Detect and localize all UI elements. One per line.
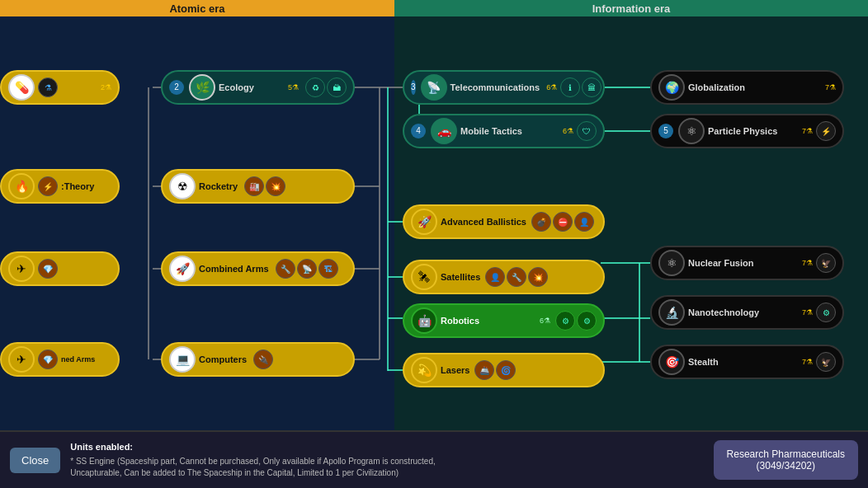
nfr-icon1: 🦅 — [816, 253, 836, 273]
mobile-tactics-icon: 🚗 — [431, 118, 457, 144]
satellites-icon: 🛰 — [411, 264, 437, 290]
tech-stealth[interactable]: 🎯 Stealth 7⚗ 🦅 — [650, 345, 844, 379]
research-button[interactable]: Research Pharmaceuticals(3049/34202) — [714, 440, 858, 480]
computers-label: Computers — [199, 354, 247, 364]
particle-physics-num: 5 — [658, 124, 673, 138]
pp-icon1: ⚡ — [816, 121, 836, 141]
era-atomic-header: Atomic era — [0, 0, 394, 16]
lasers-icon: 💫 — [411, 357, 437, 383]
sat-icon1: 👤 — [485, 267, 505, 287]
mobile-tactics-num: 4 — [411, 124, 426, 138]
research-label: Research Pharmaceuticals(3049/34202) — [727, 448, 845, 472]
tech-robotics[interactable]: 🤖 Robotics 6⚗ ⚙ ⚙ — [403, 303, 605, 338]
tech-left-row3[interactable]: ✈ 💎 — [0, 251, 120, 286]
ab-icon2: ⛔ — [553, 212, 573, 232]
robotics-icons: ⚙ ⚙ — [555, 311, 597, 331]
tech-nuclear-fusion[interactable]: ⚛ Nuclear Fusion 7⚗ 🦅 — [650, 246, 844, 280]
rob-icon1: ⚙ — [555, 311, 575, 331]
computers-icons: 🔌 — [253, 350, 273, 369]
ab-icons: 💣 ⛔ 👤 — [531, 212, 594, 232]
nuclear-fusion-cost: 7⚗ — [799, 259, 813, 267]
lasers-label: Lasers — [441, 365, 469, 375]
nano-icons: ⚙ — [816, 303, 836, 322]
stealth-icon: 🎯 — [658, 349, 685, 375]
tech-particle-physics[interactable]: 5 ⚛ Particle Physics 7⚗ ⚡ — [650, 114, 844, 148]
nanotechnology-label: Nanotechnology — [688, 307, 759, 317]
nuclear-fission-label: Rocketry — [199, 181, 238, 191]
nf-icon2: 💥 — [266, 176, 285, 196]
ecology-icon: 🌿 — [189, 74, 215, 101]
ecology-label: Ecology — [219, 82, 254, 92]
tech-game-theory[interactable]: 🔥 ⚡ :Theory — [0, 169, 120, 204]
pharmaceuticals-icons: ⚗ — [38, 77, 58, 97]
laser-icon2: 🌀 — [496, 360, 516, 380]
tech-advanced-ballistics[interactable]: 🚀 Advanced Ballistics 💣 ⛔ 👤 — [403, 204, 605, 239]
tech-satellites[interactable]: 🛰 Satellites 👤 🔧 💥 — [403, 260, 605, 294]
advanced-ballistics-label: Advanced Ballistics — [441, 217, 526, 227]
tech-nanotechnology[interactable]: 🔬 Nanotechnology 7⚗ ⚙ — [650, 295, 844, 330]
particle-physics-label: Particle Physics — [708, 126, 777, 136]
advanced-ballistics-icon: 🚀 — [411, 209, 437, 235]
combined-arms-icon: ✈ — [8, 346, 35, 373]
telecom-label: Telecommunications — [451, 82, 540, 92]
rk-icon3: 🏗 — [318, 259, 338, 279]
era-information-label: Information era — [592, 2, 671, 15]
nf-right-icons: 🦅 — [816, 253, 836, 273]
stealth-label: Stealth — [688, 357, 719, 367]
combined-arms-label: ned Arms — [61, 355, 95, 364]
tc-icon2: 🏛 — [582, 77, 601, 97]
ab-icon1: 💣 — [531, 212, 551, 232]
telecom-icons: ℹ 🏛 — [560, 77, 601, 97]
tech-combined-arms[interactable]: ✈ 💎 ned Arms — [0, 342, 120, 377]
nuclear-fusion-icon: ⚛ — [658, 250, 685, 276]
ecology-cost: 5⚗ — [285, 83, 299, 92]
game-theory-label: :Theory — [61, 181, 94, 191]
tech-mobile-tactics[interactable]: 4 🚗 Mobile Tactics 6⚗ 🛡 — [403, 114, 605, 148]
era-atomic-label: Atomic era — [169, 2, 224, 15]
sat-icon2: 🔧 — [507, 267, 526, 287]
tech-telecommunications[interactable]: 3 📡 Telecommunications 6⚗ ℹ 🏛 — [403, 70, 605, 105]
nuclear-fission-icons: 🏭 💥 — [244, 176, 285, 196]
mobile-tactics-label: Mobile Tactics — [460, 126, 522, 136]
rob-icon2: ⚙ — [577, 311, 597, 331]
tc-icon1: ℹ — [560, 77, 580, 97]
ecology-icon2: 🏔 — [327, 77, 347, 97]
nf-icon1: 🏭 — [244, 176, 264, 196]
game-theory-icons: ⚡ — [38, 176, 58, 196]
rocketry-icons: 🔧 📡 🏗 — [276, 259, 338, 279]
tech-ecology[interactable]: 2 🌿 Ecology 5⚗ ♻ 🏔 — [161, 70, 355, 105]
tech-pharmaceuticals[interactable]: 💊 ⚗ 2⚗ — [0, 70, 120, 105]
particle-physics-icon: ⚛ — [678, 118, 705, 144]
game-theory-icon: 🔥 — [8, 173, 35, 199]
left-row3-icon: ✈ — [8, 256, 35, 282]
close-label: Close — [21, 454, 49, 467]
nanotechnology-icon: 🔬 — [658, 299, 685, 326]
robotics-icon: 🤖 — [411, 307, 437, 334]
left-row3-icon2: 💎 — [38, 259, 58, 279]
rk-icon1: 🔧 — [276, 259, 295, 279]
close-button[interactable]: Close — [10, 448, 60, 473]
pharmaceuticals-icon: 💊 — [8, 74, 35, 101]
nanotechnology-cost: 7⚗ — [799, 308, 813, 317]
tech-rocketry[interactable]: 🚀 Combined Arms 🔧 📡 🏗 — [161, 251, 355, 286]
pp-icons: ⚡ — [816, 121, 836, 141]
pharmaceuticals-icon1: ⚗ — [38, 77, 58, 97]
tech-globalization[interactable]: 🌍 Globalization 7⚗ — [650, 70, 844, 105]
robotics-label: Robotics — [441, 316, 479, 326]
tech-lasers[interactable]: 💫 Lasers 🚢 🌀 — [403, 353, 605, 387]
tech-computers[interactable]: 💻 Computers 🔌 — [161, 342, 355, 377]
ecology-icons: ♻ 🏔 — [305, 77, 347, 97]
laser-icon1: 🚢 — [474, 360, 494, 380]
mobile-tactics-cost: 6⚗ — [559, 127, 573, 135]
bottom-bar: Close Units enabled: * SS Engine (Spaces… — [0, 430, 868, 488]
rocketry-icon: 🚀 — [169, 256, 196, 282]
comp-icon1: 🔌 — [253, 350, 273, 369]
tech-nuclear-fission[interactable]: ☢ Rocketry 🏭 💥 — [161, 169, 355, 204]
particle-physics-cost: 7⚗ — [799, 127, 813, 135]
telecom-cost: 6⚗ — [543, 83, 557, 92]
globalization-icon: 🌍 — [658, 74, 685, 101]
telecom-icon: 📡 — [421, 74, 447, 101]
globalization-label: Globalization — [688, 82, 745, 92]
rocketry-label: Combined Arms — [199, 264, 269, 274]
units-enabled-detail: * SS Engine (Spaceship part, Cannot be p… — [70, 456, 703, 479]
